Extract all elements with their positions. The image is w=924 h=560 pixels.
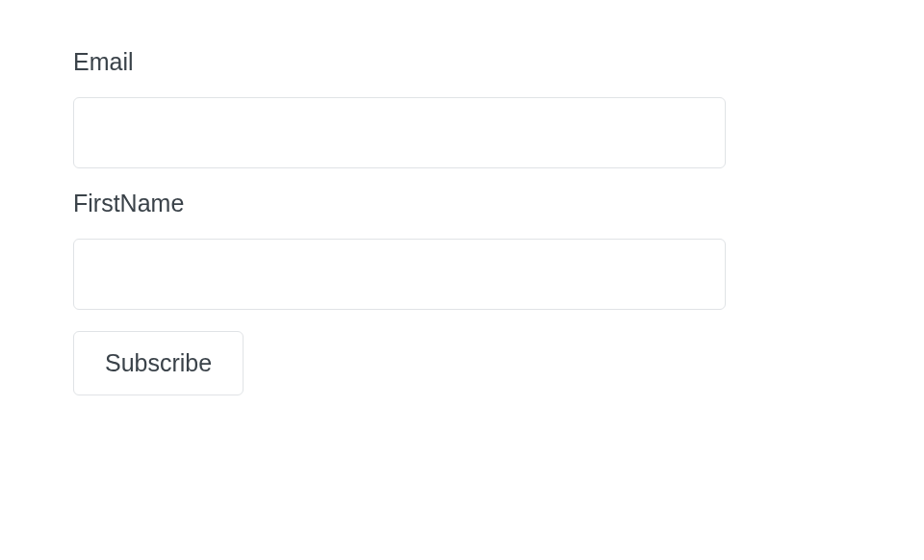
email-input[interactable] — [73, 97, 726, 168]
firstname-group: FirstName — [73, 190, 851, 310]
firstname-input[interactable] — [73, 239, 726, 310]
email-label: Email — [73, 48, 851, 76]
email-group: Email — [73, 48, 851, 168]
subscribe-button[interactable]: Subscribe — [73, 331, 244, 395]
subscribe-form: Email FirstName Subscribe — [73, 48, 851, 395]
firstname-label: FirstName — [73, 190, 851, 217]
